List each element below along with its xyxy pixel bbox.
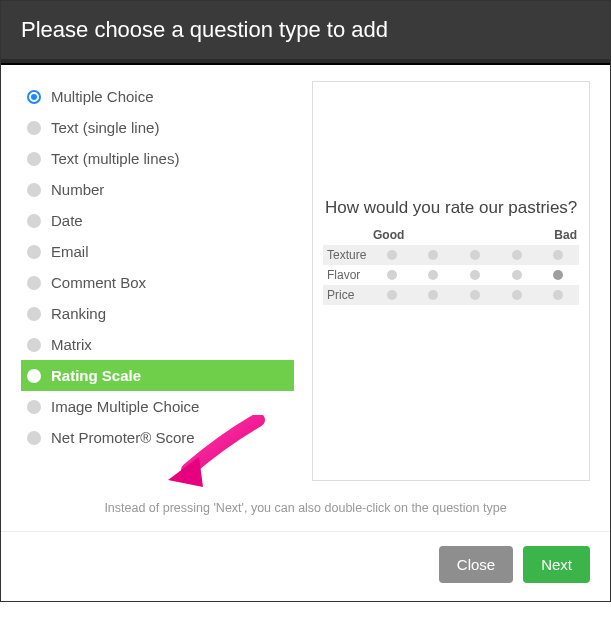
radio-icon: [27, 152, 41, 166]
radio-icon: [27, 431, 41, 445]
scale-dot[interactable]: [387, 250, 397, 260]
scale-row: Price: [323, 285, 579, 305]
close-button[interactable]: Close: [439, 546, 513, 583]
radio-icon: [27, 276, 41, 290]
scale-dot[interactable]: [428, 270, 438, 280]
scale-dot[interactable]: [512, 250, 522, 260]
scale-dot[interactable]: [428, 290, 438, 300]
radio-icon: [27, 369, 41, 383]
scale-rows: TextureFlavorPrice: [323, 245, 579, 305]
scale-header: Good Bad: [323, 228, 579, 242]
scale-dot[interactable]: [428, 250, 438, 260]
preview-title: How would you rate our pastries?: [323, 198, 579, 218]
type-option-label: Ranking: [51, 305, 106, 322]
type-option-matrix[interactable]: Matrix: [21, 329, 294, 360]
type-option-label: Comment Box: [51, 274, 146, 291]
scale-dot[interactable]: [512, 270, 522, 280]
type-option-label: Image Multiple Choice: [51, 398, 199, 415]
type-option-label: Date: [51, 212, 83, 229]
scale-row-label: Flavor: [323, 268, 371, 282]
type-option-date[interactable]: Date: [21, 205, 294, 236]
next-button[interactable]: Next: [523, 546, 590, 583]
question-type-list: Multiple ChoiceText (single line)Text (m…: [21, 81, 294, 481]
modal-title: Please choose a question type to add: [21, 17, 388, 42]
type-option-number[interactable]: Number: [21, 174, 294, 205]
radio-icon: [27, 183, 41, 197]
radio-icon: [27, 90, 41, 104]
scale-dot[interactable]: [512, 290, 522, 300]
type-option-email[interactable]: Email: [21, 236, 294, 267]
modal-footer: Close Next: [1, 531, 610, 601]
type-option-label: Multiple Choice: [51, 88, 154, 105]
radio-icon: [27, 400, 41, 414]
scale-dot[interactable]: [387, 270, 397, 280]
scale-dot[interactable]: [553, 290, 563, 300]
type-option-label: Number: [51, 181, 104, 198]
type-option-text-multi[interactable]: Text (multiple lines): [21, 143, 294, 174]
radio-icon: [27, 245, 41, 259]
scale-dot[interactable]: [470, 270, 480, 280]
scale-dot[interactable]: [553, 270, 563, 280]
modal-header: Please choose a question type to add: [1, 1, 610, 63]
type-option-multiple-choice[interactable]: Multiple Choice: [21, 81, 294, 112]
type-option-label: Matrix: [51, 336, 92, 353]
scale-row: Texture: [323, 245, 579, 265]
scale-label-left: Good: [371, 228, 454, 242]
preview-content: How would you rate our pastries? Good Ba…: [323, 198, 579, 305]
type-option-comment-box[interactable]: Comment Box: [21, 267, 294, 298]
type-option-label: Text (multiple lines): [51, 150, 179, 167]
scale-label-right: Bad: [537, 228, 579, 242]
scale-row-label: Texture: [323, 248, 371, 262]
radio-icon: [27, 214, 41, 228]
scale-dot[interactable]: [470, 250, 480, 260]
scale-row-label: Price: [323, 288, 371, 302]
type-option-label: Email: [51, 243, 89, 260]
type-option-label: Net Promoter® Score: [51, 429, 195, 446]
type-option-label: Text (single line): [51, 119, 159, 136]
type-option-nps[interactable]: Net Promoter® Score: [21, 422, 294, 453]
scale-dot[interactable]: [387, 290, 397, 300]
type-option-ranking[interactable]: Ranking: [21, 298, 294, 329]
question-type-modal: Please choose a question type to add Mul…: [0, 0, 611, 602]
type-option-image-mc[interactable]: Image Multiple Choice: [21, 391, 294, 422]
type-option-rating-scale[interactable]: Rating Scale: [21, 360, 294, 391]
modal-body: Multiple ChoiceText (single line)Text (m…: [1, 63, 610, 491]
type-option-label: Rating Scale: [51, 367, 141, 384]
radio-icon: [27, 121, 41, 135]
radio-icon: [27, 338, 41, 352]
preview-panel: How would you rate our pastries? Good Ba…: [312, 81, 590, 481]
scale-dot[interactable]: [470, 290, 480, 300]
radio-icon: [27, 307, 41, 321]
scale-dot[interactable]: [553, 250, 563, 260]
hint-text: Instead of pressing 'Next', you can also…: [1, 491, 610, 531]
type-option-text-single[interactable]: Text (single line): [21, 112, 294, 143]
scale-row: Flavor: [323, 265, 579, 285]
